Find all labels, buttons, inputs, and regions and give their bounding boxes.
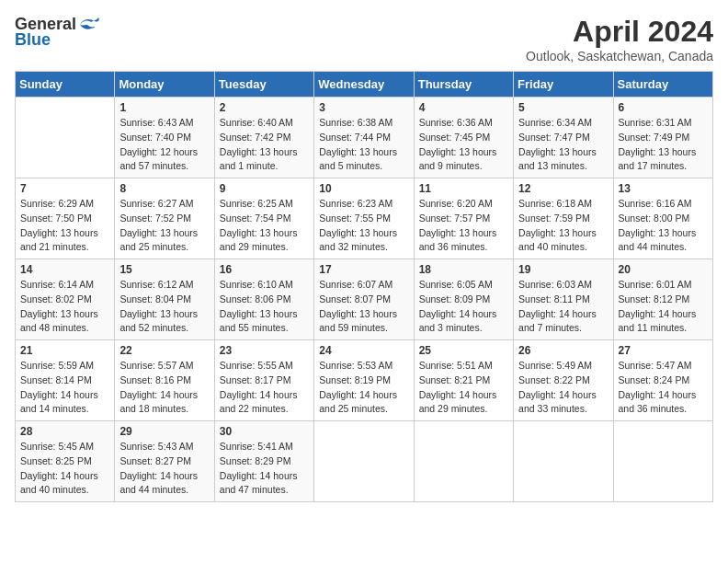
cell-info: Sunrise: 6:14 AMSunset: 8:02 PMDaylight:… (20, 278, 109, 336)
cell-info: Sunrise: 5:45 AMSunset: 8:25 PMDaylight:… (20, 440, 109, 498)
month-title: April 2024 (526, 15, 713, 49)
cell-date: 3 (319, 101, 408, 114)
calendar-cell (314, 421, 414, 502)
calendar-cell: 28 Sunrise: 5:45 AMSunset: 8:25 PMDaylig… (16, 421, 115, 502)
cell-date: 12 (518, 182, 608, 195)
cell-info: Sunrise: 6:27 AMSunset: 7:52 PMDaylight:… (119, 197, 209, 255)
cell-info: Sunrise: 6:23 AMSunset: 7:55 PMDaylight:… (319, 197, 408, 255)
calendar-cell: 22 Sunrise: 5:57 AMSunset: 8:16 PMDaylig… (115, 340, 214, 421)
cell-date: 22 (119, 344, 209, 357)
cell-info: Sunrise: 5:43 AMSunset: 8:27 PMDaylight:… (119, 440, 209, 498)
cell-info: Sunrise: 5:55 AMSunset: 8:17 PMDaylight:… (220, 359, 309, 417)
cell-info: Sunrise: 6:12 AMSunset: 8:04 PMDaylight:… (119, 278, 209, 336)
logo-blue-text: Blue (15, 30, 51, 50)
calendar-cell: 24 Sunrise: 5:53 AMSunset: 8:19 PMDaylig… (314, 340, 414, 421)
cell-info: Sunrise: 6:38 AMSunset: 7:44 PMDaylight:… (319, 116, 408, 174)
calendar-cell: 7 Sunrise: 6:29 AMSunset: 7:50 PMDayligh… (16, 178, 115, 259)
calendar-cell (414, 421, 513, 502)
calendar-cell: 26 Sunrise: 5:49 AMSunset: 8:22 PMDaylig… (514, 340, 613, 421)
cell-date: 10 (319, 182, 408, 195)
cell-info: Sunrise: 5:49 AMSunset: 8:22 PMDaylight:… (518, 359, 608, 417)
calendar-cell: 15 Sunrise: 6:12 AMSunset: 8:04 PMDaylig… (115, 259, 214, 340)
calendar-week-row: 21 Sunrise: 5:59 AMSunset: 8:14 PMDaylig… (16, 340, 713, 421)
cell-info: Sunrise: 6:18 AMSunset: 7:59 PMDaylight:… (518, 197, 608, 255)
cell-info: Sunrise: 6:01 AMSunset: 8:12 PMDaylight:… (619, 278, 708, 336)
cell-date: 18 (419, 263, 508, 276)
cell-date: 23 (220, 344, 309, 357)
calendar-day-header: Friday (514, 72, 613, 98)
calendar-header-row: SundayMondayTuesdayWednesdayThursdayFrid… (16, 72, 713, 98)
calendar-cell: 25 Sunrise: 5:51 AMSunset: 8:21 PMDaylig… (414, 340, 513, 421)
cell-info: Sunrise: 5:53 AMSunset: 8:19 PMDaylight:… (319, 359, 408, 417)
cell-date: 29 (119, 425, 209, 438)
calendar-cell: 8 Sunrise: 6:27 AMSunset: 7:52 PMDayligh… (115, 178, 214, 259)
calendar-cell: 2 Sunrise: 6:40 AMSunset: 7:42 PMDayligh… (214, 98, 313, 178)
cell-info: Sunrise: 6:05 AMSunset: 8:09 PMDaylight:… (419, 278, 508, 336)
calendar-day-header: Tuesday (214, 72, 313, 98)
cell-date: 2 (220, 101, 309, 114)
cell-date: 5 (518, 101, 608, 114)
cell-date: 6 (619, 101, 708, 114)
calendar-cell (613, 421, 712, 502)
calendar-cell: 10 Sunrise: 6:23 AMSunset: 7:55 PMDaylig… (314, 178, 414, 259)
calendar-cell: 16 Sunrise: 6:10 AMSunset: 8:06 PMDaylig… (214, 259, 313, 340)
cell-date: 14 (20, 263, 109, 276)
calendar-cell: 13 Sunrise: 6:16 AMSunset: 8:00 PMDaylig… (613, 178, 712, 259)
calendar-day-header: Monday (115, 72, 214, 98)
calendar-day-header: Saturday (613, 72, 712, 98)
cell-info: Sunrise: 6:43 AMSunset: 7:40 PMDaylight:… (119, 116, 209, 174)
cell-date: 8 (119, 182, 209, 195)
calendar-cell: 23 Sunrise: 5:55 AMSunset: 8:17 PMDaylig… (214, 340, 313, 421)
cell-date: 11 (419, 182, 508, 195)
calendar-day-header: Wednesday (314, 72, 414, 98)
cell-date: 27 (619, 344, 708, 357)
calendar-week-row: 7 Sunrise: 6:29 AMSunset: 7:50 PMDayligh… (16, 178, 713, 259)
cell-info: Sunrise: 5:59 AMSunset: 8:14 PMDaylight:… (20, 359, 109, 417)
cell-info: Sunrise: 5:47 AMSunset: 8:24 PMDaylight:… (619, 359, 708, 417)
cell-date: 16 (220, 263, 309, 276)
cell-date: 1 (119, 101, 209, 114)
calendar-cell: 17 Sunrise: 6:07 AMSunset: 8:07 PMDaylig… (314, 259, 414, 340)
page-header: General Blue April 2024 Outlook, Saskatc… (15, 15, 713, 63)
calendar-week-row: 28 Sunrise: 5:45 AMSunset: 8:25 PMDaylig… (16, 421, 713, 502)
cell-info: Sunrise: 5:57 AMSunset: 8:16 PMDaylight:… (119, 359, 209, 417)
cell-date: 30 (220, 425, 309, 438)
cell-date: 24 (319, 344, 408, 357)
cell-info: Sunrise: 6:20 AMSunset: 7:57 PMDaylight:… (419, 197, 508, 255)
calendar-cell: 9 Sunrise: 6:25 AMSunset: 7:54 PMDayligh… (214, 178, 313, 259)
cell-info: Sunrise: 5:51 AMSunset: 8:21 PMDaylight:… (419, 359, 508, 417)
cell-date: 9 (220, 182, 309, 195)
cell-date: 19 (518, 263, 608, 276)
title-section: April 2024 Outlook, Saskatchewan, Canada (526, 15, 713, 63)
calendar-cell: 1 Sunrise: 6:43 AMSunset: 7:40 PMDayligh… (115, 98, 214, 178)
cell-info: Sunrise: 6:07 AMSunset: 8:07 PMDaylight:… (319, 278, 408, 336)
logo: General Blue (15, 15, 100, 50)
cell-date: 25 (419, 344, 508, 357)
cell-info: Sunrise: 6:31 AMSunset: 7:49 PMDaylight:… (619, 116, 708, 174)
cell-date: 20 (619, 263, 708, 276)
calendar-cell (16, 98, 115, 178)
calendar-table: SundayMondayTuesdayWednesdayThursdayFrid… (15, 71, 713, 502)
cell-date: 17 (319, 263, 408, 276)
cell-info: Sunrise: 5:41 AMSunset: 8:29 PMDaylight:… (220, 440, 309, 498)
calendar-cell: 12 Sunrise: 6:18 AMSunset: 7:59 PMDaylig… (514, 178, 613, 259)
location-text: Outlook, Saskatchewan, Canada (526, 49, 713, 63)
cell-info: Sunrise: 6:16 AMSunset: 8:00 PMDaylight:… (619, 197, 708, 255)
cell-date: 28 (20, 425, 109, 438)
cell-date: 13 (619, 182, 708, 195)
cell-info: Sunrise: 6:40 AMSunset: 7:42 PMDaylight:… (220, 116, 309, 174)
cell-info: Sunrise: 6:03 AMSunset: 8:11 PMDaylight:… (518, 278, 608, 336)
calendar-cell: 27 Sunrise: 5:47 AMSunset: 8:24 PMDaylig… (613, 340, 712, 421)
calendar-cell: 5 Sunrise: 6:34 AMSunset: 7:47 PMDayligh… (514, 98, 613, 178)
calendar-week-row: 14 Sunrise: 6:14 AMSunset: 8:02 PMDaylig… (16, 259, 713, 340)
cell-info: Sunrise: 6:10 AMSunset: 8:06 PMDaylight:… (220, 278, 309, 336)
calendar-week-row: 1 Sunrise: 6:43 AMSunset: 7:40 PMDayligh… (16, 98, 713, 178)
calendar-day-header: Sunday (16, 72, 115, 98)
cell-info: Sunrise: 6:25 AMSunset: 7:54 PMDaylight:… (220, 197, 309, 255)
calendar-day-header: Thursday (414, 72, 513, 98)
calendar-cell: 29 Sunrise: 5:43 AMSunset: 8:27 PMDaylig… (115, 421, 214, 502)
cell-date: 4 (419, 101, 508, 114)
calendar-cell: 21 Sunrise: 5:59 AMSunset: 8:14 PMDaylig… (16, 340, 115, 421)
cell-date: 7 (20, 182, 109, 195)
logo-bird-icon (78, 16, 100, 34)
